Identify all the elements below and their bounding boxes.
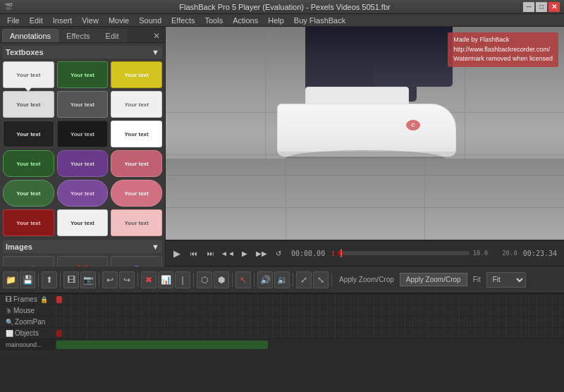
tb-item-dark-red[interactable]: Your text: [3, 209, 54, 236]
film-button[interactable]: 🎞: [63, 271, 79, 288]
menu-view[interactable]: View: [78, 15, 103, 26]
img-checkmark-green[interactable]: ✔: [3, 256, 54, 267]
menu-file[interactable]: File: [3, 15, 24, 26]
zoompan-text: ZoomPan: [15, 318, 45, 326]
close-button[interactable]: ✕: [548, 2, 560, 12]
tb-item-yellow[interactable]: Your text: [111, 61, 162, 88]
tb-item-light-bubble[interactable]: Your text: [111, 91, 162, 118]
tab-annotations[interactable]: Annotations: [2, 29, 59, 42]
audio-button[interactable]: 🔊: [257, 271, 273, 288]
loop-button[interactable]: ↺: [271, 246, 286, 260]
tab-edit[interactable]: Edit: [98, 29, 127, 42]
white-sneaker: C: [277, 104, 456, 157]
tb-item-dark-bubble[interactable]: Your text: [57, 91, 109, 118]
tb-item-black-dark[interactable]: Your text: [57, 121, 109, 147]
tb-item-light-pink[interactable]: Your text: [111, 209, 162, 236]
redo-button[interactable]: ↪: [119, 271, 135, 288]
time-20: 20.0: [502, 250, 517, 257]
tl-label-frames: 🎞 Frames 🔒: [0, 294, 56, 305]
share-button[interactable]: ⬆: [42, 271, 57, 288]
objects-ticks: [56, 328, 564, 338]
delete-button[interactable]: ✖: [141, 271, 157, 288]
tb-item-purple-rounded[interactable]: Your text: [57, 150, 109, 177]
tl-track-zoompan[interactable]: [56, 317, 564, 327]
timeline-row-objects: ⬜ Objects: [0, 328, 564, 339]
maximize-button[interactable]: □: [536, 2, 547, 12]
tb-item-pink-pill[interactable]: Your text: [111, 180, 162, 207]
images-section-header[interactable]: Images ▼: [3, 240, 162, 253]
tb-item-darkbg-white[interactable]: Your text: [3, 121, 54, 147]
tb-item-green-rounded[interactable]: Your text: [3, 150, 54, 177]
checkmark-green-icon: ✔: [20, 260, 37, 267]
prev-frame-button[interactable]: ⏮: [187, 246, 201, 260]
jeans-right: [373, 27, 453, 87]
mainsound-text: mainsound...: [6, 341, 42, 348]
tb-item-pink-rounded[interactable]: Your text: [111, 150, 162, 177]
timeline-row-mouse: 🖱 Mouse: [0, 305, 564, 317]
import-button[interactable]: ⬢: [214, 271, 229, 288]
tl-label-mouse: 🖱 Mouse: [0, 305, 56, 316]
save-button[interactable]: 💾: [20, 271, 35, 288]
menu-insert[interactable]: Insert: [49, 15, 77, 26]
img-question-blue[interactable]: ?: [111, 256, 162, 267]
apply-zoom-button[interactable]: Apply Zoom/Crop: [400, 273, 467, 286]
pavement-lower: [166, 159, 564, 240]
menu-tools[interactable]: Tools: [200, 15, 227, 26]
menu-edit[interactable]: Edit: [25, 15, 47, 26]
tb-item-gray-bubble[interactable]: Your text: [3, 91, 54, 118]
textboxes-label: Textboxes: [6, 48, 44, 56]
slow-play-button[interactable]: ▶: [238, 246, 252, 260]
tb-item-white-box[interactable]: Your text: [57, 209, 109, 236]
progress-bar[interactable]: [338, 251, 470, 255]
zoom-select[interactable]: Fit 100% 75% 50%: [486, 272, 526, 288]
zoom-in-button[interactable]: ⤢: [296, 271, 312, 288]
separator-2: [60, 273, 61, 287]
tabs: Annotations Effects Edit ✕: [0, 27, 165, 43]
volume-button[interactable]: 🔉: [274, 271, 290, 288]
menu-help[interactable]: Help: [264, 15, 288, 26]
marker-button[interactable]: |: [175, 271, 190, 288]
open-file-button[interactable]: 📁: [3, 271, 18, 288]
play-button[interactable]: ▶: [170, 246, 184, 260]
fast-play-button[interactable]: ▶▶: [255, 246, 269, 260]
video-scene: C Made by FlashBack http://www.flashback…: [166, 27, 564, 240]
volume-down-button[interactable]: ◄◄: [221, 246, 235, 260]
menu-sound[interactable]: Sound: [135, 15, 166, 26]
watermark-line1: Made by FlashBack: [453, 35, 553, 45]
camera-button[interactable]: 📷: [80, 271, 96, 288]
menu-actions[interactable]: Actions: [228, 15, 262, 26]
timeline-row-frames: 🎞 Frames 🔒: [0, 294, 564, 305]
menu-buy-flashback[interactable]: Buy FlashBack: [290, 15, 350, 26]
tb-item-green-pill[interactable]: Your text: [3, 180, 54, 207]
cursor-button[interactable]: ↖: [235, 271, 251, 288]
mouse-ticks: [56, 305, 564, 316]
zoom-out-button[interactable]: ⤡: [313, 271, 329, 288]
zoompan-ticks: [56, 317, 564, 327]
tb-item-white-plain[interactable]: Your text: [111, 121, 162, 147]
tl-label-objects: ⬜ Objects: [0, 328, 56, 338]
tab-effects[interactable]: Effects: [59, 29, 97, 42]
chart-button[interactable]: 📊: [158, 271, 173, 288]
next-frame-button[interactable]: ⏭: [204, 246, 218, 260]
tb-item-purple-pill[interactable]: Your text: [57, 180, 109, 207]
menu-movie[interactable]: Movie: [104, 15, 133, 26]
tl-track-objects[interactable]: [56, 328, 564, 338]
minimize-button[interactable]: ─: [523, 2, 534, 12]
zoompan-icon: 🔍: [6, 319, 13, 326]
panel-close-button[interactable]: ✕: [153, 31, 160, 41]
tb-item-white-bubble[interactable]: Your text: [3, 61, 54, 88]
tl-track-mouse[interactable]: [56, 305, 564, 316]
undo-button[interactable]: ↩: [102, 271, 118, 288]
tb-item-dark-green[interactable]: Your text: [57, 61, 109, 88]
separator-7: [254, 273, 255, 287]
tl-track-frames[interactable]: [56, 294, 564, 305]
left-panel: Annotations Effects Edit ✕ Textboxes ▼ Y…: [0, 27, 166, 267]
apply-zoom-label: Apply Zoom/Crop: [335, 276, 398, 283]
menu-bar: File Edit Insert View Movie Sound Effect…: [0, 14, 564, 27]
export-button[interactable]: ⬡: [197, 271, 212, 288]
time-markers: 10.0 20.0: [472, 250, 517, 257]
img-cross-red[interactable]: ✖: [57, 256, 109, 267]
tl-track-mainsound[interactable]: [56, 339, 564, 350]
menu-effects[interactable]: Effects: [167, 15, 199, 26]
textboxes-section-header[interactable]: Textboxes ▼: [3, 46, 162, 59]
